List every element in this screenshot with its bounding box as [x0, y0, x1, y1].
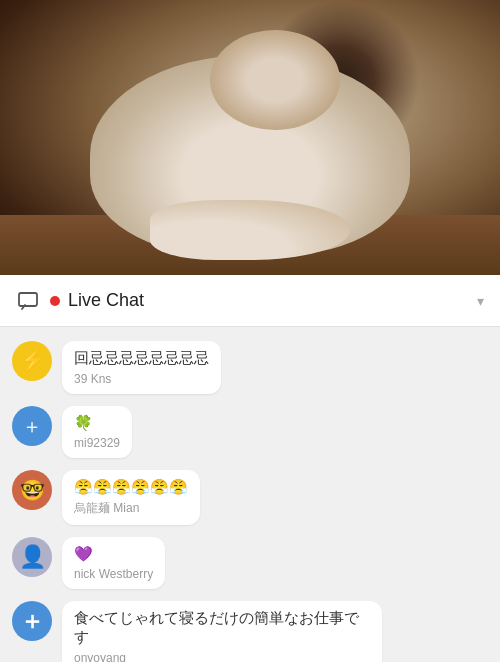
svg-rect-0 [19, 293, 37, 306]
message-username: mi92329 [74, 436, 120, 450]
cat-thumbnail [0, 0, 500, 275]
chat-messages-list: ⚡ 回忌忌忌忌忌忌忌忌 39 Kns ＋ 🍀 mi92329 🤓 [0, 327, 500, 662]
list-item: ＋ 食べてじゃれて寝るだけの簡単なお仕事です onyoyang [0, 595, 500, 662]
chat-section: Live Chat ▾ ⚡ 回忌忌忌忌忌忌忌忌 39 Kns ＋ 🍀 mi923… [0, 275, 500, 662]
video-player [0, 0, 500, 275]
message-username: nick Westberry [74, 567, 153, 581]
message-text: 回忌忌忌忌忌忌忌忌 [74, 349, 209, 368]
message-bubble: 💜 nick Westberry [62, 537, 165, 589]
list-item: ⚡ 回忌忌忌忌忌忌忌忌 39 Kns [0, 335, 500, 400]
list-item: ＋ 🍀 mi92329 [0, 400, 500, 464]
live-chat-title: Live Chat [68, 290, 477, 311]
message-bubble: 🍀 mi92329 [62, 406, 132, 458]
chat-header: Live Chat ▾ [0, 275, 500, 327]
avatar: 👤 [12, 537, 52, 577]
avatar: 🤓 [12, 470, 52, 510]
message-text: 食べてじゃれて寝るだけの簡単なお仕事です [74, 609, 370, 647]
message-text: 🍀 [74, 414, 120, 432]
avatar: ＋ [12, 601, 52, 641]
avatar: ＋ [12, 406, 52, 446]
list-item: 🤓 😤😤😤😤😤😤 烏龍麺 Mian [0, 464, 500, 531]
live-indicator [50, 296, 60, 306]
message-text: 😤😤😤😤😤😤 [74, 478, 188, 496]
message-username: 烏龍麺 Mian [74, 500, 188, 517]
chat-bubble-icon [16, 289, 40, 313]
list-item: 👤 💜 nick Westberry [0, 531, 500, 595]
dropdown-arrow-icon[interactable]: ▾ [477, 293, 484, 309]
message-bubble: 😤😤😤😤😤😤 烏龍麺 Mian [62, 470, 200, 525]
message-username: onyoyang [74, 651, 370, 662]
message-bubble: 食べてじゃれて寝るだけの簡単なお仕事です onyoyang [62, 601, 382, 662]
message-text: 💜 [74, 545, 153, 563]
avatar: ⚡ [12, 341, 52, 381]
message-username: 39 Kns [74, 372, 209, 386]
message-bubble: 回忌忌忌忌忌忌忌忌 39 Kns [62, 341, 221, 394]
